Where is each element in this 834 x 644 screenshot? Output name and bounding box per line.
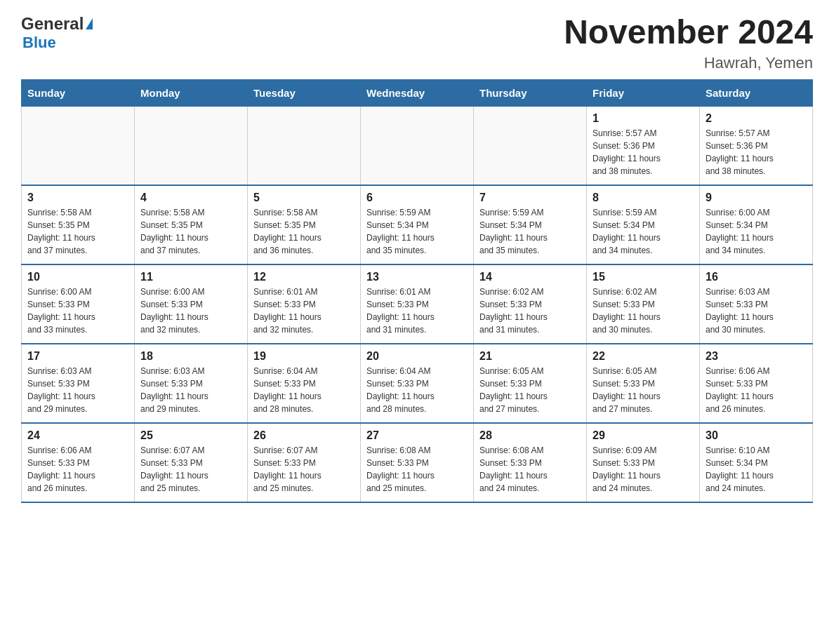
day-header-monday: Monday [135, 79, 248, 106]
day-info: Sunrise: 6:05 AM Sunset: 5:33 PM Dayligh… [479, 365, 581, 415]
day-info: Sunrise: 6:02 AM Sunset: 5:33 PM Dayligh… [593, 286, 694, 336]
calendar-cell: 22Sunrise: 6:05 AM Sunset: 5:33 PM Dayli… [587, 344, 700, 423]
calendar-cell: 23Sunrise: 6:06 AM Sunset: 5:33 PM Dayli… [700, 344, 813, 423]
day-number: 14 [479, 271, 581, 283]
day-number: 23 [706, 350, 807, 363]
day-info: Sunrise: 6:02 AM Sunset: 5:33 PM Dayligh… [479, 286, 581, 336]
day-info: Sunrise: 6:03 AM Sunset: 5:33 PM Dayligh… [27, 365, 128, 415]
calendar-cell: 30Sunrise: 6:10 AM Sunset: 5:34 PM Dayli… [700, 423, 813, 502]
calendar-cell: 1Sunrise: 5:57 AM Sunset: 5:36 PM Daylig… [587, 106, 700, 185]
day-info: Sunrise: 6:07 AM Sunset: 5:33 PM Dayligh… [140, 444, 241, 495]
day-info: Sunrise: 6:03 AM Sunset: 5:33 PM Dayligh… [706, 286, 807, 336]
calendar-cell: 7Sunrise: 5:59 AM Sunset: 5:34 PM Daylig… [474, 185, 587, 264]
calendar-title: November 2024 [564, 14, 813, 51]
day-number: 5 [253, 192, 355, 204]
day-number: 2 [706, 112, 807, 125]
day-number: 11 [140, 271, 241, 283]
day-header-saturday: Saturday [700, 79, 813, 106]
day-number: 25 [140, 429, 241, 442]
day-number: 21 [479, 350, 581, 363]
calendar-cell: 5Sunrise: 5:58 AM Sunset: 5:35 PM Daylig… [248, 185, 361, 264]
logo-blue-text: Blue [22, 34, 56, 52]
day-number: 8 [593, 192, 694, 204]
day-info: Sunrise: 6:10 AM Sunset: 5:34 PM Dayligh… [706, 444, 807, 495]
day-info: Sunrise: 5:57 AM Sunset: 5:36 PM Dayligh… [706, 127, 807, 177]
day-number: 10 [27, 271, 128, 283]
day-info: Sunrise: 6:09 AM Sunset: 5:33 PM Dayligh… [593, 444, 694, 495]
calendar-cell: 9Sunrise: 6:00 AM Sunset: 5:34 PM Daylig… [700, 185, 813, 264]
calendar-cell: 25Sunrise: 6:07 AM Sunset: 5:33 PM Dayli… [135, 423, 248, 502]
logo-triangle-icon [86, 18, 93, 29]
logo-general-text: General [21, 14, 84, 34]
day-number: 6 [366, 192, 468, 204]
day-info: Sunrise: 6:01 AM Sunset: 5:33 PM Dayligh… [366, 286, 468, 336]
day-header-wednesday: Wednesday [361, 79, 474, 106]
day-number: 15 [593, 271, 694, 283]
week-row-5: 24Sunrise: 6:06 AM Sunset: 5:33 PM Dayli… [22, 423, 813, 502]
calendar-table: SundayMondayTuesdayWednesdayThursdayFrid… [21, 79, 813, 503]
day-info: Sunrise: 6:01 AM Sunset: 5:33 PM Dayligh… [253, 286, 355, 336]
calendar-cell [135, 106, 248, 185]
day-info: Sunrise: 5:58 AM Sunset: 5:35 PM Dayligh… [253, 206, 355, 257]
calendar-cell: 13Sunrise: 6:01 AM Sunset: 5:33 PM Dayli… [361, 264, 474, 344]
calendar-cell [474, 106, 587, 185]
calendar-cell: 2Sunrise: 5:57 AM Sunset: 5:36 PM Daylig… [700, 106, 813, 185]
day-number: 9 [706, 192, 807, 204]
calendar-cell: 11Sunrise: 6:00 AM Sunset: 5:33 PM Dayli… [135, 264, 248, 344]
calendar-cell: 4Sunrise: 5:58 AM Sunset: 5:35 PM Daylig… [135, 185, 248, 264]
calendar-cell: 12Sunrise: 6:01 AM Sunset: 5:33 PM Dayli… [248, 264, 361, 344]
calendar-cell: 24Sunrise: 6:06 AM Sunset: 5:33 PM Dayli… [22, 423, 135, 502]
calendar-subtitle: Hawrah, Yemen [564, 54, 813, 72]
week-row-4: 17Sunrise: 6:03 AM Sunset: 5:33 PM Dayli… [22, 344, 813, 423]
calendar-cell: 26Sunrise: 6:07 AM Sunset: 5:33 PM Dayli… [248, 423, 361, 502]
day-info: Sunrise: 6:00 AM Sunset: 5:33 PM Dayligh… [140, 286, 241, 336]
day-info: Sunrise: 6:07 AM Sunset: 5:33 PM Dayligh… [253, 444, 355, 495]
calendar-cell: 8Sunrise: 5:59 AM Sunset: 5:34 PM Daylig… [587, 185, 700, 264]
calendar-cell: 3Sunrise: 5:58 AM Sunset: 5:35 PM Daylig… [22, 185, 135, 264]
day-info: Sunrise: 6:05 AM Sunset: 5:33 PM Dayligh… [593, 365, 694, 415]
day-number: 27 [366, 429, 468, 442]
calendar-cell: 15Sunrise: 6:02 AM Sunset: 5:33 PM Dayli… [587, 264, 700, 344]
title-block: November 2024 Hawrah, Yemen [564, 14, 813, 72]
days-header-row: SundayMondayTuesdayWednesdayThursdayFrid… [22, 79, 813, 106]
day-info: Sunrise: 6:06 AM Sunset: 5:33 PM Dayligh… [27, 444, 128, 495]
day-info: Sunrise: 6:00 AM Sunset: 5:33 PM Dayligh… [27, 286, 128, 336]
day-number: 3 [27, 192, 128, 204]
calendar-cell: 28Sunrise: 6:08 AM Sunset: 5:33 PM Dayli… [474, 423, 587, 502]
calendar-cell: 29Sunrise: 6:09 AM Sunset: 5:33 PM Dayli… [587, 423, 700, 502]
calendar-cell: 14Sunrise: 6:02 AM Sunset: 5:33 PM Dayli… [474, 264, 587, 344]
day-header-tuesday: Tuesday [248, 79, 361, 106]
day-number: 13 [366, 271, 468, 283]
week-row-2: 3Sunrise: 5:58 AM Sunset: 5:35 PM Daylig… [22, 185, 813, 264]
day-info: Sunrise: 6:04 AM Sunset: 5:33 PM Dayligh… [366, 365, 468, 415]
calendar-cell: 18Sunrise: 6:03 AM Sunset: 5:33 PM Dayli… [135, 344, 248, 423]
calendar-cell: 6Sunrise: 5:59 AM Sunset: 5:34 PM Daylig… [361, 185, 474, 264]
day-info: Sunrise: 5:58 AM Sunset: 5:35 PM Dayligh… [140, 206, 241, 257]
day-number: 30 [706, 429, 807, 442]
calendar-cell: 20Sunrise: 6:04 AM Sunset: 5:33 PM Dayli… [361, 344, 474, 423]
logo: General Blue [21, 14, 93, 52]
day-info: Sunrise: 5:59 AM Sunset: 5:34 PM Dayligh… [479, 206, 581, 257]
day-number: 1 [593, 112, 694, 125]
day-info: Sunrise: 5:59 AM Sunset: 5:34 PM Dayligh… [593, 206, 694, 257]
day-info: Sunrise: 5:58 AM Sunset: 5:35 PM Dayligh… [27, 206, 128, 257]
day-number: 18 [140, 350, 241, 363]
day-number: 7 [479, 192, 581, 204]
day-header-thursday: Thursday [474, 79, 587, 106]
day-info: Sunrise: 5:59 AM Sunset: 5:34 PM Dayligh… [366, 206, 468, 257]
calendar-cell [248, 106, 361, 185]
week-row-1: 1Sunrise: 5:57 AM Sunset: 5:36 PM Daylig… [22, 106, 813, 185]
calendar-cell: 10Sunrise: 6:00 AM Sunset: 5:33 PM Dayli… [22, 264, 135, 344]
calendar-cell: 16Sunrise: 6:03 AM Sunset: 5:33 PM Dayli… [700, 264, 813, 344]
day-number: 29 [593, 429, 694, 442]
day-info: Sunrise: 6:03 AM Sunset: 5:33 PM Dayligh… [140, 365, 241, 415]
day-info: Sunrise: 6:00 AM Sunset: 5:34 PM Dayligh… [706, 206, 807, 257]
page-header: General Blue November 2024 Hawrah, Yemen [21, 14, 813, 72]
calendar-cell: 27Sunrise: 6:08 AM Sunset: 5:33 PM Dayli… [361, 423, 474, 502]
day-info: Sunrise: 6:06 AM Sunset: 5:33 PM Dayligh… [706, 365, 807, 415]
day-info: Sunrise: 6:08 AM Sunset: 5:33 PM Dayligh… [479, 444, 581, 495]
day-number: 19 [253, 350, 355, 363]
week-row-3: 10Sunrise: 6:00 AM Sunset: 5:33 PM Dayli… [22, 264, 813, 344]
calendar-cell: 17Sunrise: 6:03 AM Sunset: 5:33 PM Dayli… [22, 344, 135, 423]
calendar-cell: 19Sunrise: 6:04 AM Sunset: 5:33 PM Dayli… [248, 344, 361, 423]
